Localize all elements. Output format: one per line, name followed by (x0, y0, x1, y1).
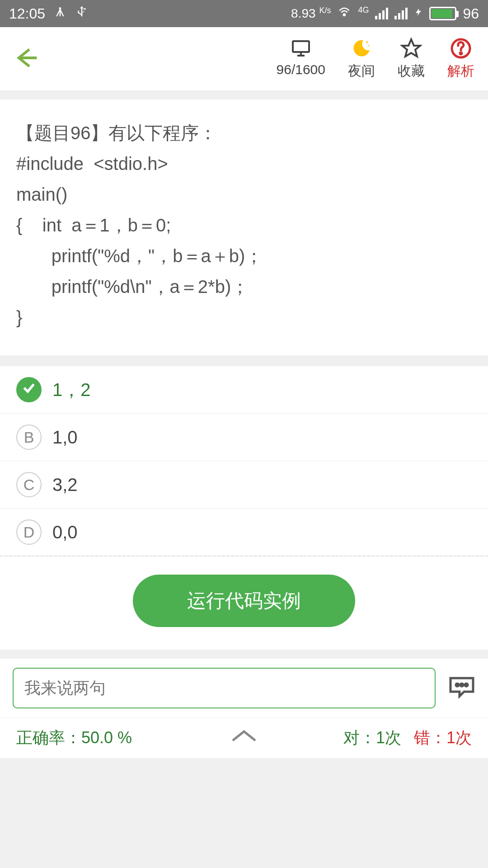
comment-bar (0, 659, 488, 717)
battery-percentage: 96 (463, 5, 479, 22)
battery-icon (429, 7, 456, 20)
correct-count: 对：1次 (343, 727, 401, 749)
option-b-indicator: B (16, 425, 42, 450)
option-d[interactable]: D 0,0 (0, 509, 488, 556)
run-code-button[interactable]: 运行代码实例 (133, 575, 355, 627)
favorite-button[interactable]: 收藏 (398, 38, 425, 80)
question-circle-icon (450, 38, 472, 59)
svg-point-1 (343, 14, 345, 16)
star-icon (400, 38, 422, 59)
night-mode-label: 夜间 (348, 62, 375, 80)
option-d-indicator: D (16, 519, 42, 545)
svg-point-4 (368, 45, 370, 46)
chevron-up-icon (230, 728, 258, 744)
option-a[interactable]: 1，2 (0, 366, 488, 414)
progress-indicator[interactable]: 96/1600 (277, 38, 325, 80)
expand-button[interactable] (230, 728, 258, 748)
charging-icon (414, 5, 423, 22)
favorite-label: 收藏 (398, 62, 425, 80)
run-button-container: 运行代码实例 (0, 557, 488, 650)
progress-text: 96/1600 (277, 62, 325, 77)
comment-input[interactable] (13, 668, 436, 708)
svg-point-6 (460, 52, 462, 54)
wifi-icon (337, 5, 352, 23)
checkmark-icon (22, 381, 36, 399)
svg-point-9 (465, 684, 468, 686)
chat-icon (448, 675, 475, 700)
svg-point-0 (59, 7, 61, 9)
back-button[interactable] (14, 45, 39, 72)
svg-point-3 (366, 41, 368, 43)
monitor-icon (290, 38, 312, 59)
options-list: 1，2 B 1,0 C 3,2 D 0,0 (0, 366, 488, 556)
svg-point-7 (456, 684, 459, 686)
wrong-count: 错：1次 (414, 727, 472, 749)
option-b-text: 1,0 (52, 427, 78, 448)
bottom-stats-bar[interactable]: 正确率：50.0 % 对：1次 错：1次 (0, 717, 488, 758)
question-title: 【题目96】有以下程序： (16, 118, 472, 148)
question-code: #include <stdio.h> main() { int a＝1，b＝0;… (16, 148, 472, 333)
option-a-text: 1，2 (52, 377, 91, 402)
network-4g-label: 4G (358, 5, 369, 15)
signal-icon-1 (375, 8, 388, 19)
moon-icon (351, 38, 372, 59)
status-time: 12:05 (9, 5, 45, 22)
option-c-text: 3,2 (52, 475, 78, 495)
signal-icon-2 (394, 8, 408, 19)
network-speed: 8.93 K/s (291, 6, 331, 21)
option-b[interactable]: B 1,0 (0, 414, 488, 461)
comments-button[interactable] (448, 675, 475, 702)
option-d-text: 0,0 (52, 522, 78, 542)
night-mode-button[interactable]: 夜间 (348, 38, 375, 80)
svg-rect-2 (293, 41, 309, 52)
tripod-icon (53, 5, 67, 22)
app-header: 96/1600 夜间 收藏 解析 (0, 27, 488, 90)
svg-point-8 (460, 684, 463, 686)
status-bar: 12:05 8.93 K/s 4G 96 (0, 0, 488, 27)
analysis-label: 解析 (447, 62, 474, 80)
option-a-indicator (16, 377, 42, 402)
correct-rate: 正确率：50.0 % (16, 727, 132, 749)
option-c[interactable]: C 3,2 (0, 461, 488, 509)
usb-icon (75, 5, 89, 22)
analysis-button[interactable]: 解析 (447, 38, 474, 80)
option-c-indicator: C (16, 472, 42, 497)
question-content: 【题目96】有以下程序： #include <stdio.h> main() {… (0, 99, 488, 355)
